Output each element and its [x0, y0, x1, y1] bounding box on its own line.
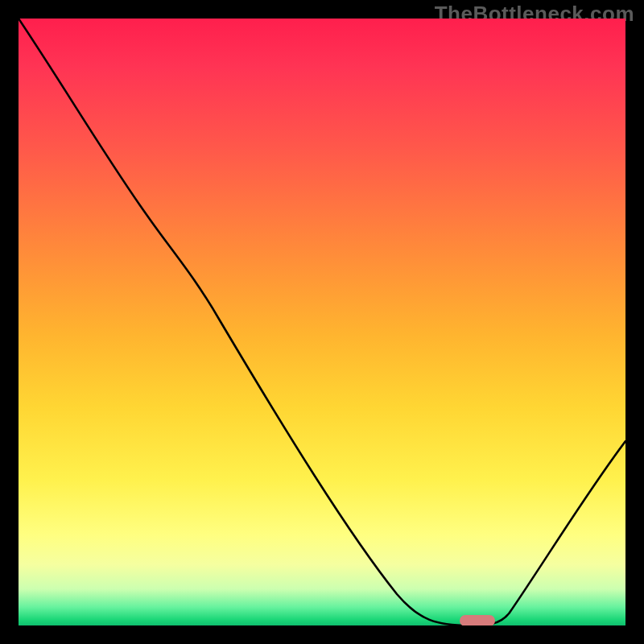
- plot-area: [19, 19, 625, 625]
- curve-path: [19, 19, 625, 625]
- bottleneck-curve: [19, 19, 625, 625]
- optimal-marker: [460, 615, 495, 625]
- chart-frame: TheBottleneck.com: [0, 0, 644, 644]
